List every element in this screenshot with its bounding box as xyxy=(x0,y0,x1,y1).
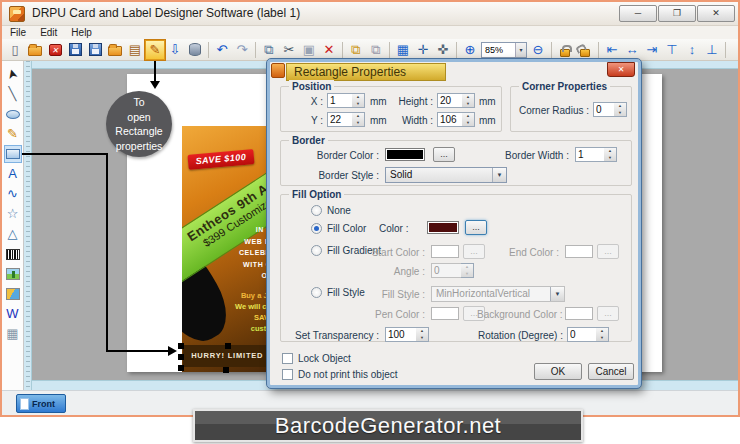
ok-button[interactable]: OK xyxy=(534,363,582,380)
end-color-browse-button[interactable]: ... xyxy=(597,244,619,259)
image-tool-icon[interactable] xyxy=(4,265,22,283)
fill-none-radio[interactable] xyxy=(311,205,322,216)
menu-edit[interactable]: Edit xyxy=(40,27,57,38)
bring-to-front-icon[interactable]: ⧉ xyxy=(346,40,366,60)
triangle-tool-icon[interactable]: △ xyxy=(4,225,22,243)
align-bottom-icon[interactable]: ⊥ xyxy=(702,40,722,60)
close-file-icon[interactable] xyxy=(45,40,65,60)
pencil-tool-icon[interactable]: ✎ xyxy=(4,125,22,143)
lock-object-label[interactable]: Lock Object xyxy=(298,352,351,365)
open-folder-icon[interactable] xyxy=(105,40,125,60)
barcode-tool-icon[interactable] xyxy=(4,245,22,263)
center-vertical-icon[interactable]: ✜ xyxy=(433,40,453,60)
align-top-icon[interactable]: ⊤ xyxy=(662,40,682,60)
y-input[interactable] xyxy=(327,112,353,127)
selection-handle[interactable] xyxy=(225,343,231,349)
align-right-icon[interactable]: ⇥ xyxy=(642,40,662,60)
border-width-spinner[interactable] xyxy=(604,147,617,162)
wordart-tool-icon[interactable]: W xyxy=(4,305,22,323)
rectangle-tool-icon[interactable] xyxy=(4,145,22,163)
selection-handle[interactable] xyxy=(223,367,229,373)
text-tool-icon[interactable]: A xyxy=(4,165,22,183)
selection-handle[interactable] xyxy=(178,343,184,349)
center-horizontal-icon[interactable]: ✛ xyxy=(413,40,433,60)
grid-icon[interactable]: ▦ xyxy=(393,40,413,60)
background-color-browse-button[interactable]: ... xyxy=(597,306,619,321)
save-icon[interactable] xyxy=(65,40,85,60)
fill-none-label[interactable]: None xyxy=(327,204,351,217)
fill-gradient-radio[interactable] xyxy=(311,245,322,256)
lock-object-checkbox[interactable] xyxy=(282,353,293,364)
rotation-spinner[interactable] xyxy=(596,327,609,342)
rotation-input[interactable] xyxy=(567,327,597,342)
zoom-level-combo[interactable]: 85%▾ xyxy=(481,42,527,58)
fill-color-radio[interactable] xyxy=(311,223,322,234)
do-not-print-label[interactable]: Do not print this object xyxy=(298,368,398,381)
design-properties-icon[interactable]: ✎ xyxy=(145,40,165,60)
fill-style-dropdown[interactable]: MinHorizontalVertical▼ xyxy=(431,286,565,302)
align-middle-icon[interactable]: ↕ xyxy=(682,40,702,60)
y-spinner[interactable] xyxy=(352,112,365,127)
save-as-icon[interactable] xyxy=(85,40,105,60)
line-tool-icon[interactable]: ╲ xyxy=(4,85,22,103)
close-button[interactable]: ✕ xyxy=(697,5,735,22)
width-spinner[interactable] xyxy=(462,112,475,127)
curve-tool-icon[interactable]: ∿ xyxy=(4,185,22,203)
fill-style-label[interactable]: Fill Style xyxy=(327,286,365,299)
pattern-tool-icon[interactable]: ▦ xyxy=(4,325,22,343)
height-input[interactable] xyxy=(437,93,463,108)
redo-icon[interactable]: ↷ xyxy=(232,40,252,60)
select-pointer-icon[interactable]: ➤ xyxy=(4,65,22,83)
zoom-out-icon[interactable]: ⊖ xyxy=(528,40,548,60)
delete-icon[interactable]: ✕ xyxy=(319,40,339,60)
menu-file[interactable]: File xyxy=(10,27,26,38)
undo-icon[interactable]: ↶ xyxy=(212,40,232,60)
transparency-spinner[interactable] xyxy=(416,327,429,342)
width-input[interactable] xyxy=(437,112,463,127)
paste-icon[interactable]: ▣ xyxy=(299,40,319,60)
border-style-dropdown[interactable]: Solid▼ xyxy=(385,167,507,183)
copy-icon[interactable]: ⧉ xyxy=(259,40,279,60)
border-width-input[interactable] xyxy=(575,147,605,162)
selection-handle[interactable] xyxy=(178,365,184,371)
ellipse-tool-icon[interactable] xyxy=(4,105,22,123)
zoom-in-icon[interactable]: ⊕ xyxy=(460,40,480,60)
do-not-print-checkbox[interactable] xyxy=(282,369,293,380)
transparency-input[interactable] xyxy=(385,327,417,342)
star-tool-icon[interactable]: ☆ xyxy=(4,205,22,223)
selection-handle[interactable] xyxy=(178,354,184,360)
cut-icon[interactable]: ✂ xyxy=(279,40,299,60)
x-spinner[interactable] xyxy=(352,93,365,108)
fill-style-radio[interactable] xyxy=(311,287,322,298)
height-spinner[interactable] xyxy=(462,93,475,108)
angle-input[interactable] xyxy=(431,263,462,278)
save-badge[interactable]: SAVE $100 xyxy=(187,149,254,170)
open-file-icon[interactable] xyxy=(25,40,45,60)
clipart-tool-icon[interactable] xyxy=(4,285,22,303)
corner-radius-input[interactable] xyxy=(593,102,615,117)
vertical-ruler[interactable] xyxy=(24,61,32,390)
page-properties-icon[interactable]: ▤ xyxy=(125,40,145,60)
align-center-icon[interactable]: ↔ xyxy=(622,40,642,60)
cancel-button[interactable]: Cancel xyxy=(588,363,634,380)
angle-spinner[interactable] xyxy=(461,263,474,278)
x-input[interactable] xyxy=(327,93,353,108)
front-tab[interactable]: Front xyxy=(16,394,66,413)
fill-color-label[interactable]: Fill Color xyxy=(327,222,366,235)
corner-radius-spinner[interactable] xyxy=(614,102,627,117)
database-icon[interactable] xyxy=(185,40,205,60)
dropdown-arrow-icon[interactable]: ▾ xyxy=(515,43,526,57)
import-data-icon[interactable]: ⇩ xyxy=(165,40,185,60)
menu-help[interactable]: Help xyxy=(71,27,92,38)
fill-color-browse-button[interactable]: ... xyxy=(465,220,487,235)
new-document-icon[interactable]: ▯ xyxy=(5,40,25,60)
align-left-icon[interactable]: ⇤ xyxy=(602,40,622,60)
start-color-browse-button[interactable]: ... xyxy=(463,244,485,259)
border-color-browse-button[interactable]: ... xyxy=(433,147,455,162)
maximize-button[interactable]: ❐ xyxy=(658,5,696,22)
minimize-button[interactable]: ─ xyxy=(619,5,657,22)
unlock-icon[interactable] xyxy=(575,40,595,60)
dialog-close-button[interactable]: ✕ xyxy=(607,62,635,77)
send-to-back-icon[interactable]: ⧉ xyxy=(366,40,386,60)
lock-icon[interactable] xyxy=(555,40,575,60)
